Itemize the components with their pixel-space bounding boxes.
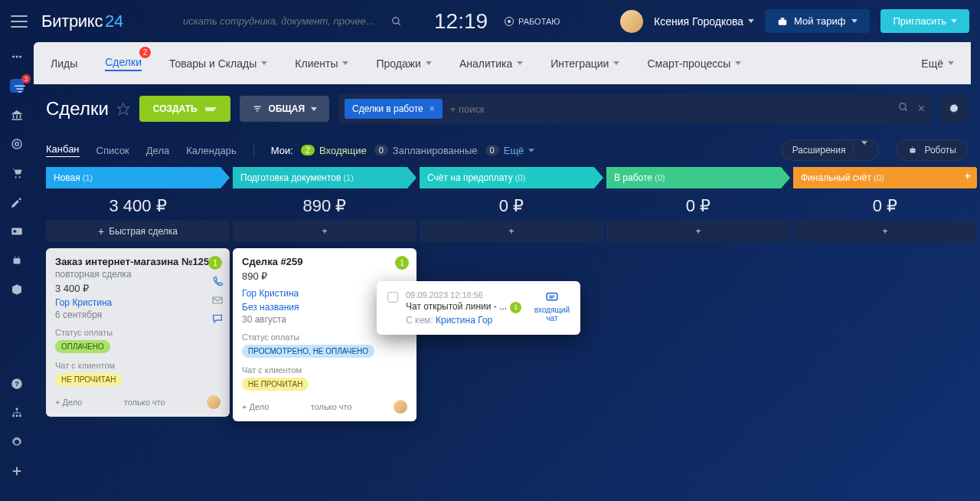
phone-icon[interactable] [211,276,224,288]
activity-contact-link[interactable]: Кристина Гор [436,315,492,326]
activity-type: входящийчат [534,290,570,326]
pay-status-tag: ПРОСМОТРЕНО, НЕ ОПЛАЧЕНО [242,345,374,358]
add-card-button[interactable]: + [233,221,416,242]
tab-leads[interactable]: Лиды [51,57,77,70]
view-list[interactable]: Список [96,145,129,156]
svg-point-21 [19,414,21,417]
more-filter[interactable]: 0Ещё [485,145,535,156]
svg-point-0 [393,17,399,23]
rail-card-icon[interactable] [10,224,24,238]
menu-toggle[interactable] [11,15,28,28]
svg-point-7 [12,139,21,149]
quick-deal-button[interactable]: +Быстрая сделка [46,221,230,242]
rail-help-icon[interactable]: ? [10,377,24,391]
rail-plus-icon[interactable] [10,464,24,478]
svg-rect-11 [11,228,22,235]
add-card-button[interactable]: + [793,221,977,242]
work-status[interactable]: РАБОТАЮ [505,17,560,26]
create-button[interactable]: СОЗДАТЬ [139,96,230,122]
card-contact[interactable]: Гор Кристина [55,297,220,308]
planned-filter[interactable]: 0Запланированные [374,145,478,156]
tab-products[interactable]: Товары и Склады [169,57,267,70]
rail-android-icon[interactable] [10,254,24,267]
svg-point-18 [16,408,18,410]
view-kanban[interactable]: Канбан [46,143,80,157]
pay-status-tag: ОПЛАЧЕНО [55,340,110,353]
assignee-avatar[interactable] [207,395,220,409]
tab-more[interactable]: Ещё [921,57,954,70]
column-header[interactable]: Подготовка документов(1) [233,167,416,188]
mail-icon[interactable] [211,294,224,306]
user-menu[interactable]: Ксения Городкова [654,15,754,28]
svg-point-19 [12,414,15,417]
card-badge: 1 [208,256,222,270]
add-card-button[interactable]: + [606,221,790,242]
tab-integrations[interactable]: Интеграции [550,57,619,70]
invite-button[interactable]: Пригласить [880,9,969,33]
filter-search-input[interactable] [450,103,890,115]
view-selector[interactable]: ОБЩАЯ [240,96,329,122]
add-card-button[interactable]: + [420,221,603,242]
kanban-column: В работе(0) 0 ₽ + [606,167,790,421]
rail-filter-icon[interactable]: 3 [10,79,24,93]
column-header[interactable]: В работе(0) [606,167,790,188]
column-sum: 3 400 ₽ [46,188,230,221]
deal-card[interactable]: 1 Заказ интернет-магазина №125 повторная… [46,248,230,417]
kanban-column: Новая(1) 3 400 ₽ +Быстрая сделка 1 Заказ… [46,167,230,421]
incoming-filter[interactable]: 2Входящие [301,145,367,156]
activity-badge: 1 [510,302,521,313]
activity-popup[interactable]: 09.09.2023 12:18:56 Чат открытой линии -… [377,281,580,335]
deal-card[interactable]: 1 Сделка #259 890 ₽ Гор Кристина Без наз… [233,248,416,421]
clear-icon[interactable]: × [918,102,925,116]
svg-rect-2 [779,19,787,25]
rail-gear-icon[interactable] [10,435,24,449]
add-activity-button[interactable]: + Дело [242,402,269,411]
star-icon[interactable] [116,102,130,116]
search-icon[interactable] [898,102,909,113]
settings-button[interactable] [940,95,968,123]
column-header[interactable]: Счёт на предоплату(0) [420,167,603,188]
rail-sitemap-icon[interactable] [10,406,24,420]
svg-rect-12 [14,231,17,233]
svg-point-5 [16,56,18,58]
add-activity-button[interactable]: + Дело [55,398,82,407]
activity-time: 09.09.2023 12:18:56 [406,290,527,300]
svg-line-1 [398,22,400,25]
tariff-button[interactable]: Мой тариф [765,9,870,33]
column-header[interactable]: Финальный счёт(0) [793,167,977,188]
svg-rect-31 [910,149,916,153]
close-icon[interactable]: × [430,103,435,114]
robots-button[interactable]: Роботы [896,139,968,161]
card-badge: 1 [395,256,409,270]
extensions-button[interactable]: Расширения [781,139,880,161]
filter-bar: Сделки в работе× × [338,94,931,123]
tab-smart[interactable]: Смарт-процессы [647,57,741,70]
robot-icon [907,145,918,156]
rail-bank-icon[interactable] [10,108,24,122]
gear-icon [948,103,960,115]
global-search-input[interactable] [183,15,382,27]
column-header[interactable]: Новая(1) [46,167,230,188]
rail-cart-icon[interactable] [10,166,24,180]
rail-target-icon[interactable] [10,137,24,151]
search-icon[interactable] [391,16,402,27]
add-column-button[interactable]: + [959,167,977,185]
tab-clients[interactable]: Клиенты [295,57,348,70]
view-deals[interactable]: Дела [146,145,169,156]
rail-filter-badge: 3 [21,74,31,84]
chat-icon[interactable] [211,313,224,325]
svg-text:?: ? [15,380,19,388]
rail-chat-icon[interactable] [10,50,24,64]
tab-deals[interactable]: Сделки 2 [105,56,142,71]
view-calendar[interactable]: Календарь [186,145,237,156]
tab-sales[interactable]: Продажи [376,57,431,70]
assignee-avatar[interactable] [394,400,407,414]
my-filters: Мои: 2Входящие 0Запланированные 0Ещё [271,145,534,156]
main-nav: Лиды Сделки 2 Товары и Склады Клиенты Пр… [34,42,971,84]
user-avatar[interactable] [620,10,643,33]
activity-checkbox[interactable] [387,292,398,303]
tab-analytics[interactable]: Аналитика [459,57,523,70]
rail-cube-icon[interactable] [10,283,24,296]
filter-chip[interactable]: Сделки в работе× [345,99,443,119]
rail-edit-icon[interactable] [10,195,24,209]
